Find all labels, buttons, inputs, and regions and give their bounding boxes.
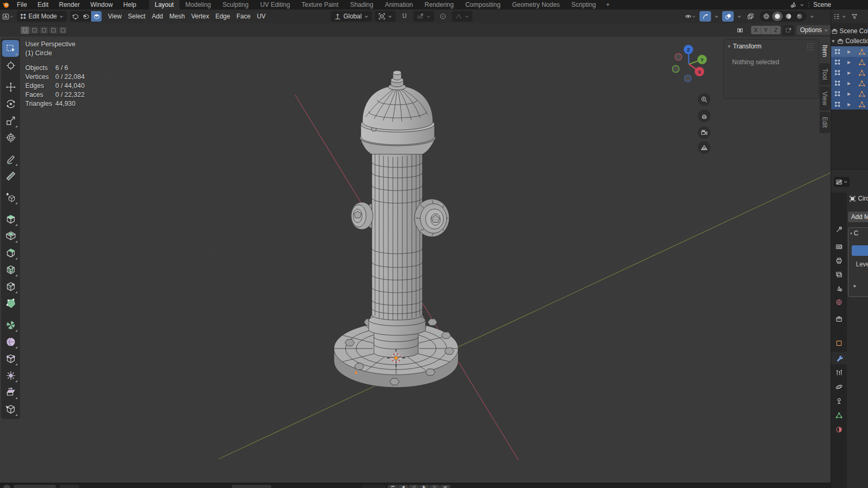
proportional-falloff-dropdown[interactable] xyxy=(452,11,472,22)
disclosure-triangle-icon[interactable]: ▶ xyxy=(847,92,851,96)
shading-rendered-button[interactable] xyxy=(794,12,805,21)
playback-jump-start-button[interactable]: ⏮ xyxy=(388,485,398,488)
snap-settings-dropdown[interactable] xyxy=(413,11,434,22)
show-gizmo-button[interactable] xyxy=(699,11,711,22)
outliner-object-row[interactable]: ▶ xyxy=(831,67,868,78)
playback-play-reverse-button[interactable]: ◁ xyxy=(409,485,419,488)
select-tool-mode-4[interactable] xyxy=(58,26,67,34)
outliner-object-row[interactable]: ▶ xyxy=(831,78,868,88)
select-mode-face-button[interactable] xyxy=(91,11,102,22)
gizmo-neg-y[interactable] xyxy=(673,66,679,73)
workspace-tab-sculpting[interactable]: Sculpting xyxy=(217,0,254,9)
shading-solid-button[interactable] xyxy=(772,12,783,21)
gizmo-neg-z[interactable] xyxy=(685,75,692,82)
outliner-collection-row[interactable]: ▼ Collection xyxy=(831,36,868,46)
tool-loop-cut[interactable] xyxy=(2,261,19,278)
playback-jump-end-button[interactable]: ⏭ xyxy=(440,485,450,488)
mirror-y-button[interactable]: Y xyxy=(761,26,771,34)
menu-window[interactable]: Window xyxy=(85,0,118,9)
workspace-tab-modeling[interactable]: Modeling xyxy=(180,0,217,9)
workspace-tab-compositing[interactable]: Compositing xyxy=(459,0,506,9)
tool-bevel[interactable] xyxy=(2,244,19,261)
outliner-object-row[interactable]: ▶ xyxy=(831,57,868,67)
pivot-dropdown[interactable] xyxy=(375,11,396,22)
workspace-tab-geometry-nodes[interactable]: Geometry Nodes xyxy=(506,0,566,9)
proportional-editing-button[interactable] xyxy=(437,11,449,22)
disclosure-triangle-icon[interactable]: ▶ xyxy=(847,102,851,107)
snap-base-icon[interactable] xyxy=(783,25,794,36)
tool-select-box[interactable] xyxy=(2,40,19,57)
menu-render[interactable]: Render xyxy=(54,0,85,9)
properties-tab-constraints[interactable] xyxy=(831,395,847,407)
disclosure-triangle-icon[interactable]: ▶ xyxy=(847,60,851,65)
object-visibility-dropdown[interactable] xyxy=(685,11,696,22)
gizmo-neg-x[interactable] xyxy=(675,54,682,61)
mirror-z-button[interactable]: Z xyxy=(771,26,781,34)
npanel-tab-tool[interactable]: Tool xyxy=(820,63,830,85)
tool-knife[interactable] xyxy=(2,278,19,295)
select-tool-mode-1[interactable] xyxy=(30,26,39,34)
properties-tab-physics[interactable] xyxy=(831,381,847,393)
viewport-menu-mesh[interactable]: Mesh xyxy=(166,13,188,20)
outliner-object-row[interactable]: ▶ xyxy=(831,99,868,109)
orientation-dropdown[interactable]: Global xyxy=(331,11,372,22)
outliner-scene-collection-row[interactable]: Scene Collection xyxy=(831,26,868,36)
tool-scale[interactable] xyxy=(2,112,19,129)
disclosure-triangle-icon[interactable]: ▶ xyxy=(847,49,851,54)
view-control-pan[interactable] xyxy=(698,109,711,122)
properties-tab-particles[interactable] xyxy=(831,366,847,379)
view-control-camera[interactable] xyxy=(698,126,711,139)
properties-editor-type-button[interactable] xyxy=(834,177,850,187)
playback-play-button[interactable]: ▶ xyxy=(419,485,429,488)
tool-add-cube[interactable] xyxy=(2,189,19,206)
select-tool-mode-0[interactable] xyxy=(21,26,29,34)
menu-file[interactable]: File xyxy=(12,0,32,9)
tool-smooth[interactable] xyxy=(2,333,19,350)
workspace-tab-uv-editing[interactable]: UV Editing xyxy=(254,0,296,9)
modifier-expand-arrow[interactable]: ▸ xyxy=(854,283,856,288)
tool-extrude-region[interactable] xyxy=(2,211,19,227)
select-tool-mode-2[interactable] xyxy=(40,26,48,34)
tool-poly-build[interactable] xyxy=(2,295,19,312)
modifier-panel-header[interactable]: ▾ C xyxy=(849,228,868,237)
viewport-menu-uv[interactable]: UV xyxy=(254,13,269,20)
properties-tab-modifiers[interactable] xyxy=(831,352,847,364)
disclosure-triangle-icon[interactable]: ▼ xyxy=(831,39,835,44)
panel-grip[interactable]: :::::::: xyxy=(807,42,814,51)
select-tool-mode-3[interactable] xyxy=(49,26,58,34)
properties-tab-output[interactable] xyxy=(831,254,847,267)
tool-annotate[interactable] xyxy=(2,151,19,167)
npanel-tab-edit[interactable]: Edit xyxy=(820,112,830,133)
view-control-zoom[interactable] xyxy=(698,93,711,106)
tool-shear[interactable] xyxy=(2,384,19,401)
workspace-tab-scripting[interactable]: Scripting xyxy=(566,0,602,9)
workspace-tab-rendering[interactable]: Rendering xyxy=(419,0,459,9)
select-mode-vertex-button[interactable] xyxy=(70,11,81,22)
npanel-tab-item[interactable]: Item xyxy=(820,39,830,62)
properties-tab-data[interactable] xyxy=(831,409,847,422)
viewport-menu-vertex[interactable]: Vertex xyxy=(188,13,212,20)
add-workspace-button[interactable]: + xyxy=(602,0,614,9)
properties-tab-view-layer[interactable] xyxy=(831,268,847,281)
snap-toggle-button[interactable] xyxy=(399,11,410,22)
scene-name[interactable]: Scene xyxy=(813,1,831,8)
tool-inset-faces[interactable] xyxy=(2,227,19,244)
navigation-gizmo[interactable]: ZYX xyxy=(670,42,710,86)
fire-hydrant-model[interactable] xyxy=(334,71,458,387)
viewport-menu-select[interactable]: Select xyxy=(125,13,149,20)
viewport-3d[interactable]: User Perspective (1) Circle Objects6 / 6… xyxy=(0,37,831,483)
mode-dropdown[interactable]: Edit Mode xyxy=(17,11,67,22)
outliner-object-row[interactable]: ▶ xyxy=(831,88,868,99)
properties-tab-render[interactable] xyxy=(831,240,847,253)
playback-next-keyframe-button[interactable]: ▷ xyxy=(430,485,440,488)
properties-tab-world[interactable] xyxy=(831,296,847,308)
tool-rotate[interactable] xyxy=(2,95,19,112)
tool-shrink-fatten[interactable] xyxy=(2,367,19,384)
select-mode-edge-button[interactable] xyxy=(81,11,91,22)
properties-tab-collection[interactable] xyxy=(831,313,847,325)
mirror-x-button[interactable]: X xyxy=(751,26,761,34)
tool-transform[interactable] xyxy=(2,129,19,146)
properties-tab-tool[interactable] xyxy=(831,223,847,236)
tool-move[interactable] xyxy=(2,78,19,95)
viewport-menu-view[interactable]: View xyxy=(105,13,125,20)
